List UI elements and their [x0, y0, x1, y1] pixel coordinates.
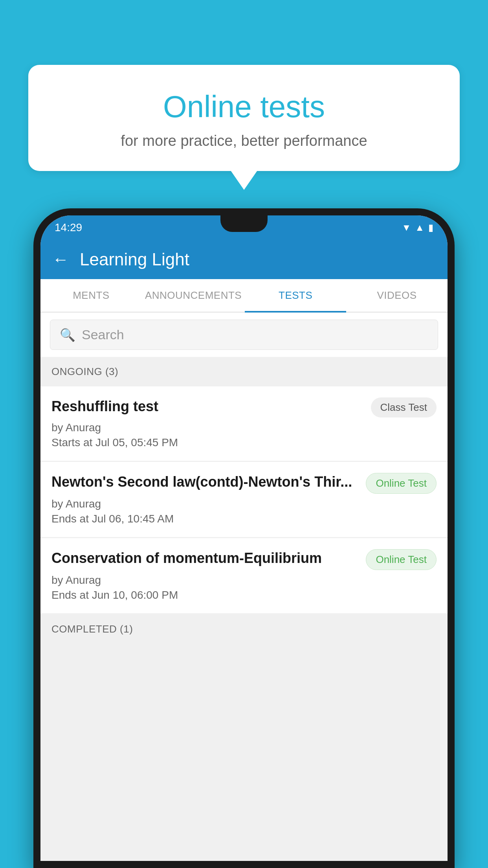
content-area: ONGOING (3) Reshuffling test Class Test …	[40, 357, 448, 861]
phone-frame: 14:29 ▼ ▲ ▮ ← Learning Light MENTS ANNOU…	[33, 208, 455, 868]
test-badge-conservation: Online Test	[366, 549, 437, 570]
phone-screen: 14:29 ▼ ▲ ▮ ← Learning Light MENTS ANNOU…	[40, 215, 448, 861]
test-card-reshuffling[interactable]: Reshuffling test Class Test by Anurag St…	[40, 386, 448, 461]
search-icon: 🔍	[60, 327, 75, 342]
app-bar: ← Learning Light	[40, 240, 448, 279]
speech-bubble-title: Online tests	[48, 88, 440, 125]
speech-bubble-subtitle: for more practice, better performance	[48, 132, 440, 149]
signal-icon: ▲	[415, 222, 424, 233]
tab-tests[interactable]: TESTS	[245, 279, 346, 312]
battery-icon: ▮	[428, 222, 433, 233]
status-icons: ▼ ▲ ▮	[402, 222, 433, 233]
test-card-newtons[interactable]: Newton's Second law(contd)-Newton's Thir…	[40, 462, 448, 537]
notch	[220, 215, 268, 232]
speech-bubble: Online tests for more practice, better p…	[28, 65, 460, 171]
test-card-conservation[interactable]: Conservation of momentum-Equilibrium Onl…	[40, 538, 448, 613]
test-title-reshuffling: Reshuffling test	[51, 397, 371, 416]
test-time-newtons: Ends at Jul 06, 10:45 AM	[51, 513, 437, 525]
tab-ments[interactable]: MENTS	[40, 279, 142, 312]
test-title-newtons: Newton's Second law(contd)-Newton's Thir…	[51, 473, 366, 491]
test-title-conservation: Conservation of momentum-Equilibrium	[51, 549, 366, 568]
tab-announcements[interactable]: ANNOUNCEMENTS	[142, 279, 245, 312]
search-input[interactable]: Search	[82, 327, 124, 342]
status-time: 14:29	[55, 221, 82, 234]
tabs-bar: MENTS ANNOUNCEMENTS TESTS VIDEOS	[40, 279, 448, 313]
app-bar-title: Learning Light	[80, 250, 189, 269]
back-button[interactable]: ←	[52, 250, 69, 269]
test-by-conservation: by Anurag	[51, 574, 437, 587]
completed-section-header: COMPLETED (1)	[40, 614, 448, 639]
wifi-icon: ▼	[402, 222, 411, 233]
test-by-newtons: by Anurag	[51, 498, 437, 510]
tab-videos[interactable]: VIDEOS	[346, 279, 448, 312]
test-badge-newtons: Online Test	[366, 473, 437, 494]
ongoing-section-header: ONGOING (3)	[40, 357, 448, 386]
test-time-reshuffling: Starts at Jul 05, 05:45 PM	[51, 436, 437, 449]
search-container: 🔍 Search	[40, 313, 448, 357]
test-time-conservation: Ends at Jun 10, 06:00 PM	[51, 589, 437, 601]
test-badge-reshuffling: Class Test	[371, 397, 437, 417]
search-bar[interactable]: 🔍 Search	[50, 320, 438, 350]
test-by-reshuffling: by Anurag	[51, 421, 437, 434]
